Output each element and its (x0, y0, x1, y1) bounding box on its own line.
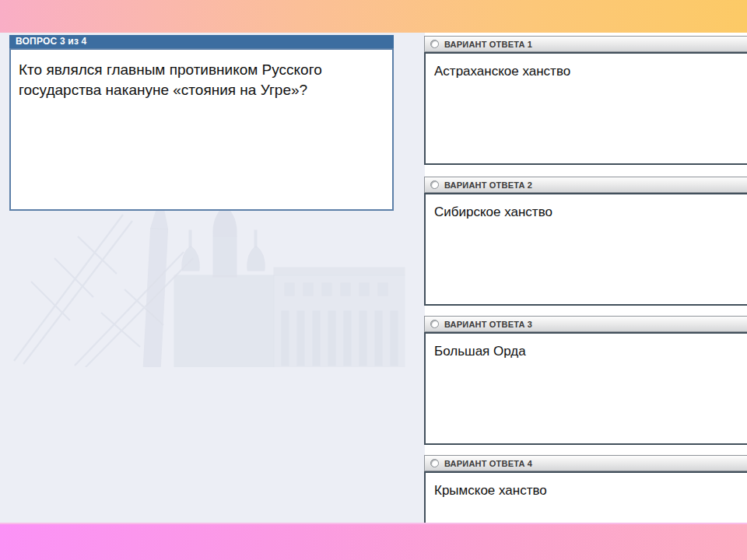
radio-icon[interactable] (430, 40, 439, 48)
question-box: Кто являлся главным противником Русского… (9, 48, 394, 211)
question-text: Кто являлся главным противником Русского… (11, 50, 392, 100)
question-progress-label: ВОПРОС 3 из 4 (16, 36, 86, 47)
answer-option-2-header[interactable]: ВАРИАНТ ОТВЕТА 2 (424, 177, 747, 193)
answer-option-text: Большая Орда (426, 334, 747, 360)
answer-option-text: Крымское ханство (426, 473, 747, 499)
answer-option-2-box[interactable]: Сибирское ханство (424, 193, 747, 306)
answer-option-4-header[interactable]: ВАРИАНТ ОТВЕТА 4 (424, 455, 747, 471)
answer-option-3-header[interactable]: ВАРИАНТ ОТВЕТА 3 (424, 316, 747, 332)
quiz-slide: ВОПРОС 3 из 4 Кто являлся главным против… (0, 0, 747, 560)
answer-option-text: Астраханское ханство (426, 54, 747, 80)
answer-option-label: ВАРИАНТ ОТВЕТА 3 (444, 317, 532, 332)
answer-option-text: Сибирское ханство (426, 194, 747, 221)
radio-icon[interactable] (430, 320, 439, 328)
radio-icon[interactable] (430, 459, 439, 467)
answer-option-3-box[interactable]: Большая Орда (424, 332, 747, 445)
question-progress-header: ВОПРОС 3 из 4 (9, 35, 394, 48)
radio-icon[interactable] (430, 180, 439, 189)
answer-option-1-box[interactable]: Астраханское ханство (424, 52, 747, 165)
bottom-gradient-band (0, 523, 747, 560)
answer-option-label: ВАРИАНТ ОТВЕТА 2 (444, 177, 532, 193)
answer-option-label: ВАРИАНТ ОТВЕТА 1 (444, 37, 532, 52)
top-gradient-band (0, 0, 747, 33)
answer-option-1-header[interactable]: ВАРИАНТ ОТВЕТА 1 (424, 36, 747, 52)
answer-option-label: ВАРИАНТ ОТВЕТА 4 (444, 456, 532, 471)
